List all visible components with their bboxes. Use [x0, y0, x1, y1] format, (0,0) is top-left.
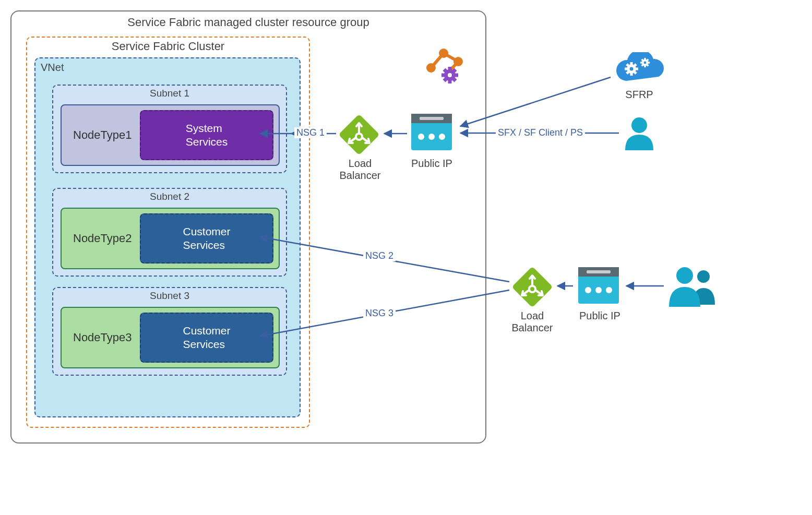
- nodetype-3-label: NodeType3: [62, 331, 140, 344]
- diagram-canvas: Service Fabric managed cluster resource …: [10, 10, 783, 480]
- svg-point-13: [448, 73, 452, 77]
- svg-point-45: [530, 287, 534, 291]
- nodetype-3-box: NodeType3 CustomerServices: [61, 307, 280, 368]
- svg-line-18: [444, 69, 446, 71]
- svg-line-29: [635, 72, 636, 74]
- svg-line-21: [453, 69, 456, 71]
- svg-line-30: [627, 72, 628, 74]
- customer-services-2-box: CustomerServices: [140, 213, 273, 264]
- svg-point-8: [439, 134, 445, 140]
- nodetype-2-box: NodeType2 CustomerServices: [61, 208, 280, 269]
- resource-group-title: Service Fabric managed cluster resource …: [11, 16, 485, 29]
- svg-point-53: [676, 267, 693, 284]
- svg-line-31: [635, 64, 636, 66]
- users-icon: [666, 265, 718, 307]
- svg-line-41: [647, 59, 648, 61]
- sfrp-label: SFRP: [616, 89, 663, 101]
- svg-rect-48: [587, 270, 611, 273]
- svg-point-51: [606, 287, 612, 293]
- svg-point-6: [418, 134, 424, 140]
- pip-1-label: Public IP: [407, 158, 457, 170]
- svg-point-2: [357, 135, 361, 139]
- lb-2-label: Load Balancer: [501, 310, 564, 334]
- vnet-label: VNet: [41, 62, 64, 74]
- pip-2-label: Public IP: [575, 310, 625, 322]
- sfrp-cloud-icon: [611, 52, 668, 89]
- subnet-1-box: Subnet 1 NodeType1 SystemServices: [52, 85, 287, 173]
- svg-point-52: [697, 270, 710, 283]
- load-balancer-2-icon: [511, 266, 553, 308]
- subnet-1-label: Subnet 1: [53, 88, 286, 99]
- sfx-label: SFX / SF Client / PS: [496, 127, 585, 138]
- system-services-box: SystemServices: [140, 110, 273, 160]
- svg-line-19: [453, 79, 456, 81]
- svg-point-7: [428, 134, 435, 140]
- nsg-1-label: NSG 1: [294, 127, 327, 138]
- lb-1-label: Load Balancer: [329, 158, 391, 182]
- svg-line-28: [627, 64, 628, 66]
- system-services-text: SystemServices: [186, 122, 228, 149]
- subnet-3-label: Subnet 3: [53, 290, 286, 302]
- nodetype-1-box: NodeType1 SystemServices: [61, 104, 280, 166]
- svg-line-20: [444, 79, 446, 81]
- public-ip-1-icon: [408, 110, 455, 157]
- customer-services-3-text: CustomerServices: [183, 324, 230, 352]
- nodetype-2-label: NodeType2: [62, 232, 140, 245]
- load-balancer-1-icon: [338, 114, 380, 155]
- subnet-2-box: Subnet 2 NodeType2 CustomerServices: [52, 188, 287, 277]
- subnet-3-box: Subnet 3 NodeType3 CustomerServices: [52, 287, 287, 376]
- svg-point-33: [644, 62, 647, 64]
- nsg-2-label: NSG 2: [363, 250, 396, 261]
- subnet-2-label: Subnet 2: [53, 191, 286, 202]
- svg-line-38: [642, 59, 643, 61]
- service-fabric-icon: [421, 47, 468, 89]
- svg-line-39: [647, 65, 648, 66]
- svg-point-23: [630, 67, 634, 71]
- public-ip-2-icon: [575, 263, 622, 310]
- nodetype-1-label: NodeType1: [62, 128, 140, 142]
- svg-point-42: [631, 117, 647, 133]
- cluster-title: Service Fabric Cluster: [27, 40, 309, 53]
- nsg-3-label: NSG 3: [363, 308, 396, 319]
- customer-services-2-text: CustomerServices: [183, 225, 230, 253]
- svg-rect-5: [420, 117, 444, 120]
- svg-point-50: [595, 287, 602, 293]
- svg-point-49: [585, 287, 591, 293]
- customer-services-3-box: CustomerServices: [140, 313, 273, 363]
- user-icon: [621, 115, 658, 151]
- svg-line-40: [642, 65, 643, 66]
